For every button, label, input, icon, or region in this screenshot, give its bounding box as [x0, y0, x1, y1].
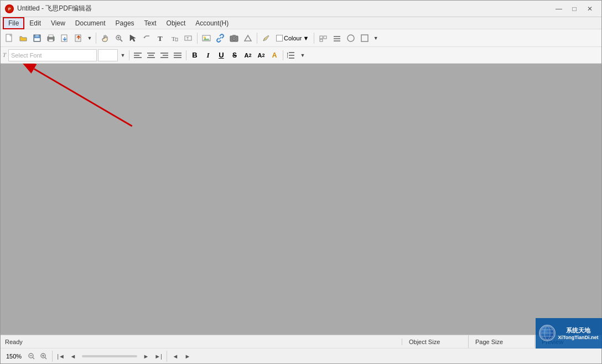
- canvas-area: [1, 64, 601, 335]
- camera-tool[interactable]: [227, 32, 241, 45]
- tool-t1[interactable]: [316, 32, 330, 45]
- svg-point-26: [233, 38, 235, 39]
- subscript-button[interactable]: A2: [255, 49, 267, 61]
- align-justify[interactable]: [172, 49, 184, 61]
- menu-document[interactable]: Document: [70, 17, 111, 29]
- image-tool[interactable]: [200, 32, 213, 45]
- watermark-globe: [539, 325, 556, 341]
- text-field-tool[interactable]: T: [168, 32, 181, 45]
- hand-tool[interactable]: [98, 32, 112, 45]
- zoom-tool[interactable]: [112, 32, 126, 45]
- svg-rect-5: [34, 38, 40, 41]
- svg-rect-4: [35, 35, 39, 37]
- maximize-button[interactable]: □: [567, 3, 582, 14]
- undo-button[interactable]: [140, 32, 153, 45]
- text-box-tool[interactable]: T: [181, 32, 195, 45]
- shape-tool[interactable]: [241, 32, 255, 45]
- menu-edit[interactable]: Edit: [24, 17, 46, 29]
- align-right[interactable]: [158, 49, 170, 61]
- italic-button[interactable]: I: [202, 49, 214, 61]
- align-left[interactable]: [132, 49, 144, 61]
- page-prev-button[interactable]: ◄: [68, 351, 79, 362]
- svg-rect-28: [320, 36, 323, 39]
- format-toolbar: 𝑇 Select Font ▼ B I U S A2 A2 A ▼: [1, 47, 601, 64]
- spacing-dropdown[interactable]: ▼: [299, 49, 307, 62]
- print-button[interactable]: [44, 32, 58, 45]
- underline-button[interactable]: U: [215, 49, 227, 61]
- new-button[interactable]: [3, 32, 16, 45]
- tool-t3[interactable]: [344, 32, 357, 45]
- svg-text:P: P: [8, 7, 11, 11]
- save-button[interactable]: [30, 32, 44, 45]
- watermark: 系统天地 XiTongTianDi.net: [536, 318, 602, 349]
- extra-tools: ▼: [316, 32, 380, 45]
- svg-rect-18: [175, 38, 178, 41]
- separator3: [257, 33, 257, 44]
- svg-rect-8: [49, 39, 53, 41]
- toolbar-more2[interactable]: ▼: [372, 32, 380, 45]
- page-last-button[interactable]: ►|: [153, 351, 164, 362]
- colour-button[interactable]: Colour ▼: [273, 32, 312, 45]
- status-bar: Ready Object Size Page Size Preview 系统天地…: [1, 335, 601, 348]
- window-title: Untitled - 飞思PDF编辑器: [17, 4, 92, 13]
- close-button[interactable]: ✕: [583, 3, 597, 14]
- superscript-button[interactable]: A2: [242, 49, 254, 61]
- colour-swatch: [276, 35, 283, 41]
- minimize-button[interactable]: —: [552, 3, 566, 14]
- select-tool[interactable]: [126, 32, 139, 45]
- font-size-select[interactable]: [98, 49, 118, 61]
- svg-point-9: [53, 38, 54, 39]
- page-slider[interactable]: [82, 355, 137, 357]
- zoom-level: 150%: [3, 353, 25, 360]
- menu-text[interactable]: Text: [139, 17, 162, 29]
- menu-view[interactable]: View: [46, 17, 70, 29]
- separator1: [96, 33, 96, 44]
- font-select[interactable]: Select Font: [8, 49, 97, 61]
- menu-file[interactable]: File: [3, 17, 24, 29]
- svg-rect-29: [324, 36, 326, 39]
- export2-button[interactable]: [72, 32, 85, 45]
- export1-button[interactable]: [58, 32, 71, 45]
- open-button[interactable]: [17, 32, 30, 45]
- toolbar-more1[interactable]: ▼: [86, 32, 94, 45]
- page-first-button[interactable]: |◄: [55, 351, 66, 362]
- font-size-dropdown[interactable]: ▼: [119, 49, 127, 62]
- menu-object[interactable]: Object: [162, 17, 191, 29]
- link-tool[interactable]: [214, 32, 227, 45]
- zoom-out-button[interactable]: [26, 351, 37, 362]
- align-center[interactable]: [145, 49, 157, 61]
- nav-right-button[interactable]: ►: [182, 351, 193, 362]
- svg-rect-11: [75, 35, 81, 41]
- format-sep1: [129, 50, 129, 60]
- drawing-tools: [260, 32, 273, 45]
- object-tools: [200, 32, 255, 45]
- tool-t2[interactable]: [330, 32, 344, 45]
- nav-left-button[interactable]: ◄: [170, 351, 181, 362]
- tool-t4[interactable]: [358, 32, 371, 45]
- highlight-button[interactable]: A: [268, 49, 281, 61]
- svg-rect-35: [361, 35, 368, 41]
- annotation-arrow: [1, 64, 601, 335]
- svg-line-23: [219, 37, 221, 39]
- svg-rect-32: [334, 38, 340, 39]
- bold-button[interactable]: B: [189, 49, 201, 61]
- svg-line-60: [33, 357, 34, 359]
- menu-pages[interactable]: Pages: [111, 17, 139, 29]
- pen-tool[interactable]: [260, 32, 273, 45]
- watermark-line1: 系统天地: [558, 326, 598, 335]
- zoom-in-button[interactable]: [38, 351, 49, 362]
- strikethrough-button[interactable]: S: [229, 49, 241, 61]
- nav-sep1: [52, 351, 53, 362]
- menu-account[interactable]: Account(H): [190, 17, 233, 29]
- svg-text:T: T: [186, 37, 189, 40]
- line-spacing-button[interactable]: [286, 49, 298, 61]
- watermark-line2: XiTongTianDi.net: [558, 335, 598, 340]
- main-toolbar: ▼ T T T: [1, 29, 601, 47]
- text-tool[interactable]: T: [154, 32, 167, 45]
- page-next-button[interactable]: ►: [141, 351, 152, 362]
- colour-dropdown-icon: ▼: [303, 35, 309, 41]
- format-sep2: [186, 50, 186, 60]
- svg-rect-7: [49, 35, 53, 37]
- nav-bar: 150% |◄ ◄ ► ►| ◄ ►: [1, 348, 601, 363]
- svg-rect-10: [61, 35, 67, 41]
